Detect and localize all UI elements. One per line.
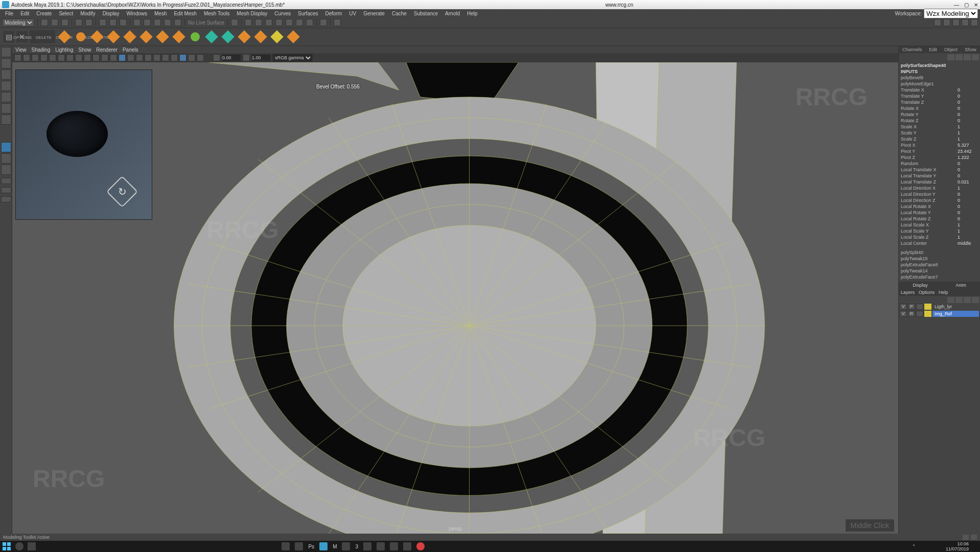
menu-deform[interactable]: Deform [322, 11, 345, 16]
gamma-icon[interactable] [243, 54, 250, 61]
menu-arnold[interactable]: Arnold [442, 11, 463, 16]
lights-icon[interactable] [136, 54, 143, 61]
cb-tab-edit[interactable]: Edit [929, 47, 937, 52]
render-view-icon[interactable] [275, 19, 283, 26]
menu-meshdisplay[interactable]: Mesh Display [234, 11, 270, 16]
isolate-select-icon[interactable] [179, 54, 186, 61]
cb-attr-row[interactable]: Local Scale Z1 [899, 234, 980, 240]
reference-image-plane[interactable] [15, 70, 152, 220]
tray-cloud-icon[interactable] [918, 543, 924, 549]
minimize-button[interactable]: — [954, 2, 959, 8]
attr-editor-toggle-icon[interactable] [952, 19, 960, 26]
wire-on-shaded-icon[interactable] [119, 54, 126, 61]
panel-menu-panels[interactable]: Panels [123, 47, 138, 53]
cb-attr-row[interactable]: Local Translate Y0 [899, 173, 980, 179]
redo-icon[interactable] [85, 19, 92, 26]
cb-history-node[interactable]: polyTweak15 [899, 256, 980, 262]
windows-start-icon[interactable] [2, 542, 11, 551]
new-scene-icon[interactable] [41, 19, 48, 26]
select-camera-icon[interactable] [14, 54, 21, 61]
lock-camera-icon[interactable] [23, 54, 30, 61]
undo-icon[interactable] [75, 19, 82, 26]
render-frame-icon[interactable] [245, 19, 252, 26]
aa-icon[interactable] [171, 54, 178, 61]
menu-file[interactable]: File [2, 11, 16, 16]
tray-up-icon[interactable]: ˄ [913, 544, 915, 549]
taskbar-app5-icon[interactable] [390, 542, 398, 550]
cb-tab-show[interactable]: Show [965, 47, 976, 52]
toggle-pause-icon[interactable] [320, 19, 327, 26]
account-icon[interactable] [934, 19, 941, 26]
panel-menu-show[interactable]: Show [78, 47, 91, 53]
taskbar-record-icon[interactable] [416, 542, 425, 550]
bookmark-icon[interactable] [32, 54, 39, 61]
cb-attr-row[interactable]: Translate Y0 [899, 93, 980, 99]
rotate-tool[interactable] [1, 92, 11, 102]
graph-toggle[interactable] [1, 187, 11, 193]
shelf-sculpt[interactable] [286, 30, 300, 44]
shelf-prim-cylinder[interactable] [90, 30, 104, 44]
tool-settings-toggle-icon[interactable] [962, 19, 969, 26]
2d-pan-icon[interactable] [49, 54, 56, 61]
film-gate-icon[interactable] [75, 54, 82, 61]
shelf-multicut[interactable] [253, 30, 268, 44]
shelf-opt-delete[interactable]: DELETE [36, 35, 52, 40]
module-select[interactable]: Modeling [2, 18, 34, 27]
playblast-icon[interactable] [306, 19, 313, 26]
scale-tool[interactable] [1, 103, 11, 113]
cb-attr-row[interactable]: Local Rotate Z0 [899, 216, 980, 222]
cb-input-node[interactable]: polyMoveEdge1 [899, 81, 980, 87]
close-button[interactable]: ✕ [974, 2, 978, 8]
layout-single-pane[interactable] [1, 142, 11, 152]
cb-attr-row[interactable]: Pivot Z1.222 [899, 154, 980, 160]
taskbar-clock[interactable]: 10:06 11/07/2019 [946, 541, 969, 551]
menu-create[interactable]: Create [33, 11, 55, 16]
layer-tab-options[interactable]: Options [919, 290, 935, 295]
menu-substance[interactable]: Substance [411, 11, 441, 16]
disp-tab-display[interactable]: Display [913, 283, 928, 288]
save-scene-icon[interactable] [61, 19, 68, 26]
display-layer-row[interactable]: VP Ligth_lyr [899, 303, 980, 310]
cb-history-node[interactable]: polySplit40 [899, 249, 980, 256]
menu-help[interactable]: Help [464, 11, 481, 16]
cb-attr-row[interactable]: Local Translate Z0.021 [899, 179, 980, 185]
cb-tab-object[interactable]: Object [944, 47, 958, 52]
menu-meshtools[interactable]: Mesh Tools [201, 11, 232, 16]
image-plane-icon[interactable] [40, 54, 48, 61]
panel-layout-icon[interactable] [334, 19, 341, 26]
shelf-append[interactable] [155, 30, 170, 44]
cb-icon-1[interactable] [947, 54, 954, 60]
shelf-smooth[interactable] [188, 30, 202, 44]
wireframe-icon[interactable] [101, 54, 108, 61]
taskbar-taskview-icon[interactable] [28, 542, 36, 550]
taskbar-explorer-icon[interactable] [282, 542, 290, 550]
menu-edit[interactable]: Edit [17, 11, 32, 16]
shelf-prim-cube[interactable] [57, 30, 72, 44]
disp-tab-anim[interactable]: Anim [955, 283, 966, 288]
shaded-icon[interactable] [110, 54, 117, 61]
cb-attr-row[interactable]: Random0 [899, 160, 980, 167]
cb-attr-row[interactable]: Rotate Y0 [899, 111, 980, 118]
layer-move-down-icon[interactable] [955, 297, 963, 303]
resolution-gate-icon[interactable] [84, 54, 91, 61]
outliner-toggle[interactable] [1, 178, 11, 184]
cb-attr-row[interactable]: Local Direction X1 [899, 185, 980, 191]
cb-icon-4[interactable] [972, 54, 979, 60]
paint-select-tool[interactable] [1, 70, 11, 80]
snap-live-icon[interactable] [174, 19, 181, 26]
cb-input-node[interactable]: polyBevel9 [899, 75, 980, 81]
cb-attr-row[interactable]: Local Scale X1 [899, 222, 980, 228]
shelf-bevel[interactable] [123, 30, 137, 44]
help-icon[interactable] [971, 535, 977, 540]
ao-icon[interactable] [153, 54, 160, 61]
snap-plane-icon[interactable] [164, 19, 171, 26]
cb-attr-row[interactable]: Rotate X0 [899, 105, 980, 111]
exposure-field[interactable] [222, 54, 241, 61]
cb-attr-row[interactable]: Local Rotate Y0 [899, 210, 980, 216]
shelf-split[interactable] [237, 30, 251, 44]
cb-attr-row[interactable]: Translate Z0 [899, 99, 980, 105]
cb-icon-2[interactable] [955, 54, 963, 60]
menu-surfaces[interactable]: Surfaces [295, 11, 321, 16]
select-by-hierarchy-icon[interactable] [120, 19, 127, 26]
layer-new-selected-icon[interactable] [972, 297, 979, 303]
